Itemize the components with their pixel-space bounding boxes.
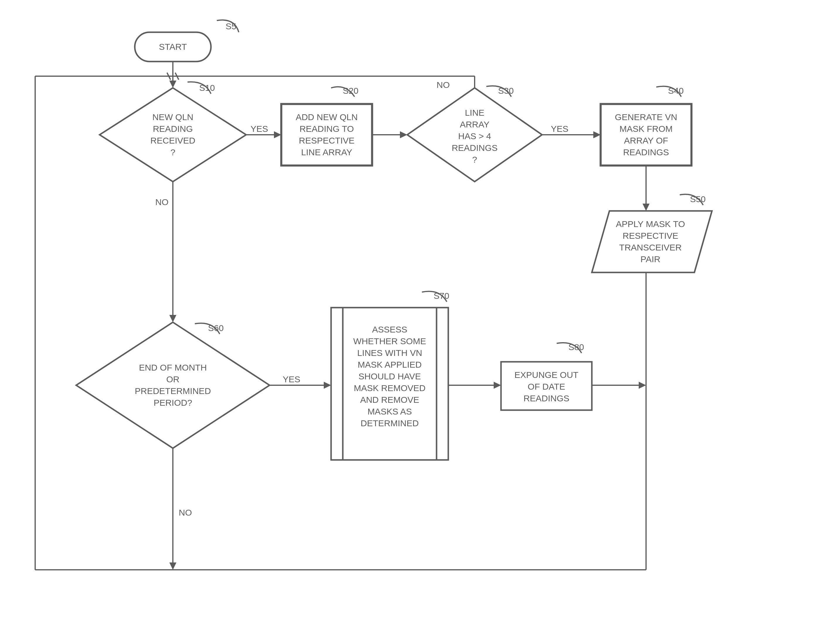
node-s10-line1: NEW QLN	[152, 112, 193, 122]
node-s30-line5: ?	[472, 155, 477, 164]
edge-s30-no: NO	[436, 80, 450, 90]
node-s60-line1: END OF MONTH	[139, 363, 207, 372]
node-s30-line1: LINE	[465, 108, 484, 118]
node-s70-line5: SHOULD HAVE	[359, 371, 421, 381]
node-s20-line2: READING TO	[299, 124, 354, 134]
node-s10: NEW QLN READING RECEIVED ?	[100, 88, 246, 182]
svg-marker-32	[494, 382, 501, 389]
node-s20-line1: ADD NEW QLN	[296, 112, 358, 122]
label-s20: S20	[343, 86, 358, 96]
node-s70-line9: DETERMINED	[361, 418, 419, 428]
svg-marker-38	[169, 562, 176, 570]
svg-marker-28	[169, 315, 176, 322]
node-s50: APPLY MASK TO RESPECTIVE TRANSCEIVER PAI…	[592, 211, 712, 272]
edge-s10-yes: YES	[251, 124, 268, 134]
node-s70-line4: MASK APPLIED	[358, 360, 421, 369]
node-s80: EXPUNGE OUT OF DATE READINGS	[501, 362, 592, 410]
node-s70: ASSESS WHETHER SOME LINES WITH VN MASK A…	[331, 308, 448, 460]
node-s30-line4: READINGS	[452, 143, 498, 153]
node-s10-line4: ?	[170, 147, 175, 157]
svg-marker-30	[324, 382, 331, 389]
svg-marker-20	[593, 131, 601, 138]
node-s20: ADD NEW QLN READING TO RESPECTIVE LINE A…	[281, 104, 372, 166]
node-s60-line3: PREDETERMINED	[135, 386, 211, 396]
node-s70-line8: MASKS AS	[368, 407, 412, 416]
svg-marker-1	[100, 88, 246, 182]
node-start: START	[135, 32, 211, 61]
node-s20-line4: LINE ARRAY	[301, 147, 353, 157]
node-s80-line2: OF DATE	[528, 382, 565, 392]
node-s70-line1: ASSESS	[372, 324, 407, 334]
svg-marker-18	[400, 131, 407, 138]
node-s50-line4: PAIR	[640, 254, 661, 264]
node-s80-line3: READINGS	[523, 393, 569, 403]
node-s40-line4: READINGS	[623, 147, 669, 157]
node-s10-line2: READING	[153, 124, 193, 134]
node-s20-line3: RESPECTIVE	[299, 136, 354, 145]
node-s40-line3: ARRAY OF	[624, 136, 668, 145]
node-s70-line7: AND REMOVE	[360, 395, 419, 405]
node-s60: END OF MONTH OR PREDETERMINED PERIOD?	[76, 322, 269, 448]
node-s30-line2: ARRAY	[460, 120, 489, 129]
svg-marker-6	[76, 322, 269, 448]
edge-s30-yes: YES	[551, 124, 568, 134]
svg-marker-34	[639, 382, 646, 389]
edge-s10-no: NO	[155, 197, 169, 207]
svg-marker-25	[643, 203, 650, 211]
node-s40-line1: GENERATE VN	[615, 112, 677, 122]
flowchart-canvas: START S5 NEW QLN READING RECEIVED ? S10 …	[0, 0, 840, 619]
edge-s60-no: NO	[179, 508, 192, 517]
node-s80-line1: EXPUNGE OUT	[514, 370, 578, 380]
label-s5: S5	[226, 21, 236, 31]
svg-marker-16	[274, 131, 281, 138]
node-s60-line2: OR	[166, 374, 179, 384]
node-s70-line6: MASK REMOVED	[354, 383, 425, 393]
node-s10-line3: RECEIVED	[150, 136, 195, 145]
node-start-text: START	[159, 42, 187, 52]
node-s60-line4: PERIOD?	[154, 398, 192, 408]
svg-marker-12	[169, 81, 176, 88]
node-s40: GENERATE VN MASK FROM ARRAY OF READINGS	[601, 104, 692, 166]
node-s30: LINE ARRAY HAS > 4 READINGS ?	[407, 88, 542, 182]
node-s40-line2: MASK FROM	[619, 124, 673, 134]
node-s70-line3: LINES WITH VN	[357, 348, 422, 358]
node-s50-line1: APPLY MASK TO	[616, 219, 685, 229]
node-s50-line3: TRANSCEIVER	[619, 242, 682, 252]
node-s50-line2: RESPECTIVE	[623, 231, 678, 241]
node-s30-line3: HAS > 4	[458, 131, 491, 141]
edge-s60-yes: YES	[283, 374, 300, 384]
node-s70-line2: WHETHER SOME	[353, 336, 426, 346]
